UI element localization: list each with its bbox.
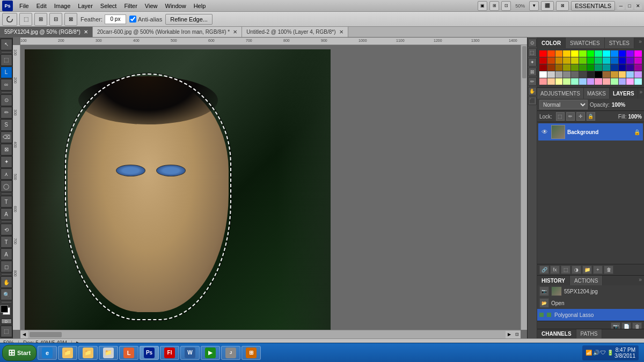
swatch-light-purple[interactable] xyxy=(587,78,595,85)
taskbar-library[interactable]: L xyxy=(119,346,138,360)
swatch-light-green[interactable] xyxy=(611,78,618,85)
menu-window[interactable]: Window xyxy=(162,2,189,10)
swatch-green-cyan[interactable] xyxy=(595,50,602,57)
default-colors[interactable]: D xyxy=(1,319,12,324)
tab-paths[interactable]: PATHS xyxy=(576,329,603,338)
taskbar-jnes[interactable]: J xyxy=(221,346,240,360)
dodge-tool[interactable]: A xyxy=(1,208,12,220)
swatch-medium-green[interactable] xyxy=(587,57,595,64)
gradient-tool[interactable]: ◯ xyxy=(1,180,12,192)
swatch-light-magenta[interactable] xyxy=(626,78,634,85)
quick-mask[interactable]: ⬚ xyxy=(1,326,12,337)
swatch-light-gray[interactable] xyxy=(547,71,555,78)
heal-tool[interactable]: S xyxy=(1,119,12,131)
color-selector[interactable] xyxy=(1,305,12,317)
history-brush-tool[interactable]: ✦ xyxy=(1,156,12,168)
feather-input[interactable] xyxy=(105,14,126,24)
refine-edge-button[interactable]: Refine Edge... xyxy=(165,14,213,25)
resize-grip[interactable]: ⊡ xyxy=(513,331,521,338)
swatch-army-green[interactable] xyxy=(571,64,579,71)
layer-group-btn[interactable]: 📁 xyxy=(582,265,592,274)
quick-select-tool[interactable]: ∞ xyxy=(1,79,12,91)
swatch-dark-brown[interactable] xyxy=(547,64,555,71)
anti-alias-checkbox[interactable] xyxy=(129,16,136,23)
swatch-near-black[interactable] xyxy=(587,71,595,78)
layers-panel-expand[interactable]: » xyxy=(638,88,644,95)
swatch-pink[interactable] xyxy=(539,78,547,85)
swatch-light-cyan[interactable] xyxy=(634,78,642,85)
swatch-orange[interactable] xyxy=(555,50,563,57)
new-selection-btn[interactable]: ⬚ xyxy=(19,13,32,26)
taskbar-windows[interactable]: ⊞ xyxy=(241,346,261,360)
tab-1[interactable]: 55PX1204.jpg @ 50% (RGB/8*) ✕ xyxy=(0,27,93,37)
tab-3[interactable]: Untitled-2 @ 100% (Layer 4, RGB/8*) ✕ xyxy=(242,27,348,37)
tab-1-close[interactable]: ✕ xyxy=(84,29,88,35)
crop-tool[interactable]: ⊙ xyxy=(1,94,12,106)
swatch-gold[interactable] xyxy=(563,57,570,64)
swatch-sky-blue[interactable] xyxy=(626,71,634,78)
swatch-dark-teal[interactable] xyxy=(595,64,602,71)
swatch-dark-olive[interactable] xyxy=(563,64,570,71)
workspace-icon1[interactable]: ▣ xyxy=(478,1,487,11)
history-panel-expand[interactable]: » xyxy=(636,276,644,283)
tab-history[interactable]: HISTORY xyxy=(537,276,570,285)
tray-icon-security[interactable]: 🛡 xyxy=(601,350,606,356)
lock-position-btn[interactable]: ✛ xyxy=(576,112,585,121)
swatch-lime[interactable] xyxy=(579,57,587,64)
workspace-icon3[interactable]: ⊡ xyxy=(501,1,511,11)
taskbar-folder3[interactable]: 📁 xyxy=(99,346,118,360)
swatch-dark-red[interactable] xyxy=(539,57,547,64)
menu-file[interactable]: File xyxy=(16,2,32,10)
right-icon-grid[interactable]: ⊠ xyxy=(528,68,537,76)
swatch-gray[interactable] xyxy=(563,71,570,78)
add-selection-btn[interactable]: ⊞ xyxy=(34,13,47,26)
h-scroll-left[interactable]: ◀ xyxy=(20,331,28,338)
right-icon-hand[interactable]: ✋ xyxy=(528,87,537,95)
canvas-container[interactable] xyxy=(20,45,527,330)
tab-2[interactable]: 20carr-600.jpg @ 500% (Workable Iron man… xyxy=(93,27,242,37)
swatch-teal-green[interactable] xyxy=(595,57,602,64)
right-icon-swap[interactable]: ⬚ xyxy=(528,48,537,57)
taskbar-word[interactable]: W xyxy=(180,346,200,360)
opacity-value[interactable]: 100% xyxy=(612,102,626,108)
layer-visibility-eye[interactable]: 👁 xyxy=(540,128,549,136)
layer-adj-btn[interactable]: ◑ xyxy=(572,265,581,274)
clone-tool[interactable]: ⊠ xyxy=(1,144,12,156)
swatch-light-blue[interactable] xyxy=(579,78,587,85)
swatch-tan[interactable] xyxy=(603,71,610,78)
history-item-1[interactable]: 📂 Open xyxy=(537,297,644,309)
swatch-brown-red[interactable] xyxy=(547,57,555,64)
swatch-dark-gray[interactable] xyxy=(571,71,579,78)
swatch-yellow-green[interactable] xyxy=(579,50,587,57)
tray-icon-battery[interactable]: 🔋 xyxy=(607,350,613,356)
subtract-selection-btn[interactable]: ⊟ xyxy=(49,13,62,26)
screen-mode-icon[interactable]: ⬛ xyxy=(541,1,554,11)
marquee-tool[interactable]: ⬚ xyxy=(1,54,12,66)
menu-filter[interactable]: Filter xyxy=(121,2,140,10)
tray-icon-network[interactable]: 📶 xyxy=(586,350,592,356)
tab-swatches[interactable]: SWATCHES xyxy=(566,38,605,48)
taskbar-folder[interactable]: 📁 xyxy=(58,346,77,360)
color-panel-expand[interactable]: » xyxy=(636,38,644,45)
menu-select[interactable]: Select xyxy=(97,2,120,10)
swatch-teal[interactable] xyxy=(603,57,610,64)
menu-edit[interactable]: Edit xyxy=(33,2,50,10)
swatch-brown[interactable] xyxy=(555,64,563,71)
swatch-light-lime[interactable] xyxy=(563,78,570,85)
pen-tool[interactable]: ⟲ xyxy=(1,224,12,235)
zoom-dropdown[interactable]: ▼ xyxy=(529,1,539,11)
menu-image[interactable]: Image xyxy=(51,2,74,10)
right-icon-star[interactable]: ✦ xyxy=(528,58,537,67)
swatch-forest-green[interactable] xyxy=(579,64,587,71)
swatch-navy[interactable] xyxy=(611,64,618,71)
swatch-dark-violet[interactable] xyxy=(634,64,642,71)
taskbar-media[interactable]: ▶ xyxy=(201,346,220,360)
document-canvas[interactable] xyxy=(25,49,331,330)
v-scrollbar[interactable] xyxy=(521,45,527,330)
foreground-color[interactable] xyxy=(1,305,8,313)
swatch-white[interactable] xyxy=(539,71,547,78)
swatch-green[interactable] xyxy=(587,50,595,57)
zoom-tool[interactable]: 🔍 xyxy=(1,289,12,300)
blend-mode-select[interactable]: Normal xyxy=(539,100,588,109)
swatch-orange-red[interactable] xyxy=(547,50,555,57)
